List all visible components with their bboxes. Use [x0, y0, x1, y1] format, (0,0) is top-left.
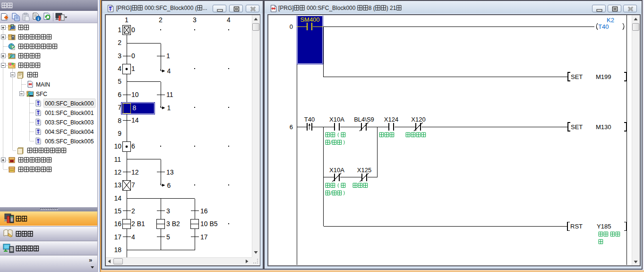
- svg-text:10: 10: [131, 91, 139, 98]
- svg-text:0: 0: [290, 23, 293, 30]
- svg-text:T40: T40: [598, 23, 609, 30]
- svg-text:M199: M199: [596, 73, 611, 80]
- svg-text:8: 8: [118, 117, 121, 124]
- svg-text:000:SFC_Block000: 000:SFC_Block000: [305, 5, 357, 11]
- svg-text:13: 13: [166, 168, 174, 176]
- svg-text:2: 2: [131, 207, 135, 215]
- svg-text:SET: SET: [571, 73, 583, 80]
- svg-text:17: 17: [200, 233, 208, 241]
- svg-text:18: 18: [114, 246, 121, 254]
- svg-text:RST: RST: [570, 223, 583, 230]
- svg-text:7: 7: [131, 181, 135, 189]
- svg-text:6: 6: [167, 182, 171, 189]
- svg-text:1: 1: [118, 26, 121, 34]
- svg-text:14: 14: [131, 116, 139, 124]
- svg-text:SM400: SM400: [300, 16, 319, 23]
- svg-text:[PRG]: [PRG]: [116, 5, 132, 11]
- svg-text:6: 6: [118, 91, 121, 98]
- svg-text:1: 1: [167, 104, 171, 112]
- svg-text:0: 0: [131, 52, 135, 60]
- svg-text:17: 17: [114, 233, 121, 241]
- svg-text:0: 0: [131, 26, 135, 34]
- svg-text:6: 6: [131, 142, 135, 150]
- svg-text:X124: X124: [384, 116, 398, 123]
- svg-text:11: 11: [166, 91, 173, 98]
- svg-text:X10A: X10A: [329, 116, 344, 123]
- svg-text:5: 5: [166, 233, 170, 241]
- svg-text:3 B2: 3 B2: [166, 220, 180, 228]
- svg-text:13: 13: [114, 181, 121, 189]
- svg-text:5: 5: [118, 78, 121, 85]
- svg-text:K2: K2: [607, 17, 614, 24]
- svg-text:8: 8: [133, 104, 137, 112]
- svg-text:15: 15: [114, 207, 121, 215]
- svg-text:1: 1: [131, 65, 135, 72]
- svg-text:000:SFC_Block000: 000:SFC_Block000: [45, 100, 94, 107]
- svg-text:14: 14: [114, 194, 121, 202]
- svg-text:2 B1: 2 B1: [131, 220, 145, 228]
- svg-text:[PRG]: [PRG]: [278, 5, 294, 11]
- svg-text:X125: X125: [357, 167, 371, 174]
- svg-text:T40: T40: [304, 116, 315, 123]
- svg-text:2: 2: [159, 16, 163, 24]
- svg-text:003:SFC_Block003: 003:SFC_Block003: [45, 119, 94, 126]
- svg-text:»: »: [89, 256, 92, 263]
- svg-text:M130: M130: [596, 123, 611, 131]
- svg-text:10: 10: [114, 142, 121, 150]
- svg-text:000:SFC_Block000 (: 000:SFC_Block000 (: [143, 5, 197, 11]
- svg-text:9: 9: [118, 130, 121, 137]
- svg-text:3: 3: [193, 16, 197, 24]
- svg-text:10 B5: 10 B5: [200, 220, 218, 228]
- svg-text:16: 16: [200, 207, 208, 215]
- svg-text:MAIN: MAIN: [36, 81, 50, 88]
- svg-text:2: 2: [118, 39, 121, 46]
- svg-text:3: 3: [166, 207, 170, 215]
- svg-text:/: /: [330, 190, 332, 196]
- svg-text:001:SFC_Block001: 001:SFC_Block001: [45, 110, 94, 116]
- svg-text:SFC: SFC: [36, 91, 47, 97]
- svg-text:i: i: [38, 17, 39, 21]
- svg-text:1: 1: [125, 16, 129, 24]
- svg-text:16: 16: [114, 220, 121, 228]
- svg-text:11: 11: [114, 156, 121, 163]
- svg-text:12: 12: [131, 168, 139, 176]
- svg-text:005:SFC_Block005: 005:SFC_Block005: [45, 138, 94, 145]
- svg-text:BL4\S9: BL4\S9: [354, 116, 374, 123]
- svg-text:X120: X120: [411, 116, 425, 123]
- svg-text:4: 4: [167, 67, 171, 75]
- svg-text:3: 3: [118, 52, 121, 60]
- svg-text:4: 4: [131, 233, 135, 241]
- svg-text:4: 4: [227, 16, 231, 24]
- svg-text:1: 1: [166, 52, 170, 60]
- svg-text:/: /: [330, 140, 332, 145]
- svg-text:) 21: ) 21: [386, 5, 396, 11]
- svg-text:6: 6: [290, 123, 293, 131]
- svg-text:X10A: X10A: [329, 167, 344, 174]
- svg-text:004:SFC_Block004: 004:SFC_Block004: [45, 129, 94, 135]
- svg-text:SET: SET: [571, 123, 583, 131]
- svg-text:...: ...: [203, 5, 207, 11]
- svg-text:Y185: Y185: [597, 223, 611, 230]
- svg-text:12: 12: [114, 168, 121, 176]
- svg-text:4: 4: [118, 65, 121, 72]
- svg-text:8 (: 8 (: [369, 5, 375, 11]
